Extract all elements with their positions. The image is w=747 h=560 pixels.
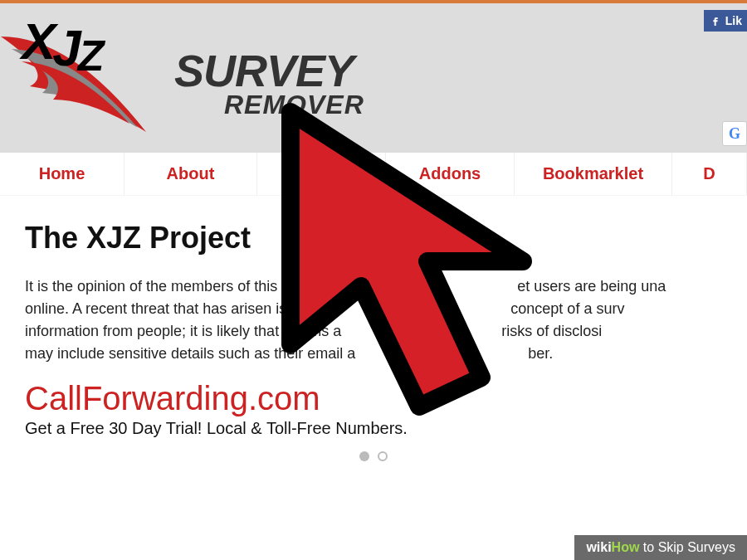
nav-bookmarklet[interactable]: Bookmarklet: [515, 153, 672, 195]
intro-paragraph: It is the opinion of the members of this…: [25, 275, 722, 365]
page-dot-1[interactable]: [359, 451, 369, 461]
wikihow-caption: wikiHow to Skip Surveys: [574, 535, 747, 560]
ad-subtitle: Get a Free 30 Day Trial! Local & Toll-Fr…: [25, 419, 722, 438]
ad-block[interactable]: CallForwarding.com Get a Free 30 Day Tri…: [25, 380, 722, 438]
para-frag-10: ber.: [528, 345, 553, 362]
caption-how: How: [612, 540, 640, 554]
logo-remover-word: REMOVER: [224, 90, 364, 120]
nav-home[interactable]: Home: [0, 153, 124, 195]
nav-about-label: About: [167, 164, 215, 183]
google-letter: G: [729, 125, 740, 143]
logo-letters: XJZ: [22, 12, 101, 71]
facebook-like-button[interactable]: Lik: [704, 10, 747, 32]
para-frag-1: It is the opinion of the members of this…: [25, 278, 315, 295]
nav-last[interactable]: D: [672, 153, 747, 195]
nav-bookmarklet-label: Bookmarklet: [543, 164, 643, 183]
pagination-dots: [25, 451, 722, 461]
nav-addons[interactable]: Addons: [386, 153, 515, 195]
facebook-like-label: Lik: [725, 14, 742, 27]
nav-last-label: D: [703, 164, 715, 183]
logo-text: SURVEY REMOVER: [174, 45, 364, 120]
main-content: The XJZ Project It is the opinion of the…: [0, 196, 747, 461]
para-frag-6: fully av: [387, 323, 433, 339]
page-title: The XJZ Project: [25, 221, 722, 256]
para-frag-3: online. A recent threat that has arisen …: [25, 300, 328, 317]
caption-rest: to Skip Surveys: [639, 540, 735, 554]
para-frag-2: et users are being una: [517, 278, 666, 295]
site-header: Lik XJZ SURVEY REMOVER G: [0, 3, 747, 153]
facebook-icon: [709, 14, 722, 27]
para-frag-8: may include sensitive details such as th…: [25, 345, 355, 362]
para-frag-5: information from people; it is likely th…: [25, 323, 341, 339]
google-badge[interactable]: G: [722, 121, 747, 146]
logo-mark: XJZ: [0, 12, 166, 132]
nav-hidden[interactable]: [257, 153, 386, 195]
logo[interactable]: XJZ SURVEY REMOVER: [0, 3, 747, 132]
para-frag-7: risks of disclosi: [501, 323, 602, 339]
logo-survey-word: SURVEY: [174, 45, 364, 96]
main-nav: Home About Addons Bookmarklet D: [0, 153, 747, 196]
nav-about[interactable]: About: [124, 153, 257, 195]
nav-home-label: Home: [39, 164, 85, 183]
ad-title: CallForwarding.com: [25, 380, 722, 417]
inline-link-fragment[interactable]: ebs: [381, 300, 405, 317]
para-frag-9: ss and phon: [393, 345, 475, 362]
para-frag-4: concept of a surv: [510, 300, 624, 317]
nav-addons-label: Addons: [419, 164, 481, 183]
caption-wiki: wiki: [586, 540, 611, 554]
page-dot-2[interactable]: [378, 451, 388, 461]
